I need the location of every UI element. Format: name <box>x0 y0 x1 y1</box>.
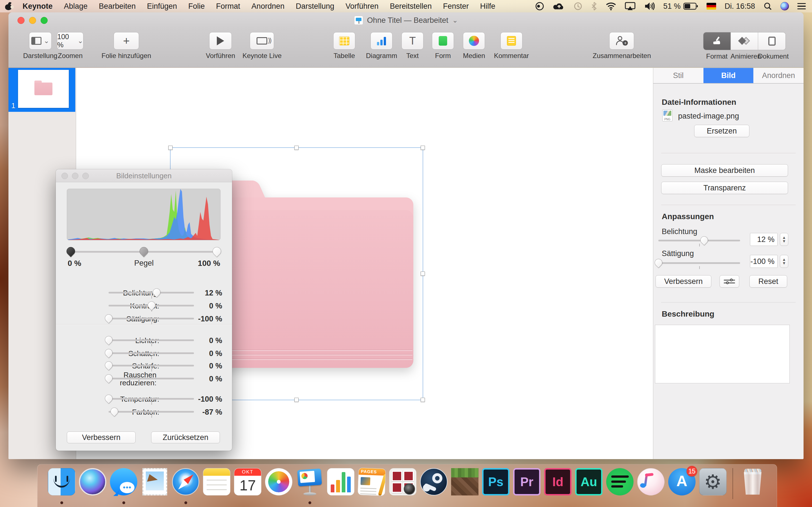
saturation-slider[interactable] <box>658 262 740 264</box>
document-tab-button[interactable] <box>758 33 785 50</box>
dock-steam-icon[interactable] <box>420 468 448 496</box>
dock-itunes-icon[interactable] <box>637 468 665 496</box>
resize-handle-se[interactable] <box>421 398 425 402</box>
media-button[interactable]: Medien <box>463 32 485 60</box>
menu-item-hilfe[interactable]: Hilfe <box>474 0 501 12</box>
reset-button[interactable]: Reset <box>749 275 787 288</box>
add-slide-button[interactable]: + Folie hinzufügen <box>101 32 151 60</box>
dock-photo-booth-icon[interactable] <box>389 468 416 496</box>
iw-slider-schaerfe[interactable] <box>109 365 194 367</box>
resize-handle-ne[interactable] <box>421 146 425 150</box>
levels-mid-point-thumb[interactable] <box>138 245 150 257</box>
menu-item-fenster[interactable]: Fenster <box>437 0 474 12</box>
menu-item-bearbeiten[interactable]: Bearbeiten <box>93 0 142 12</box>
menu-bar-clock[interactable]: Di. 16:58 <box>725 2 755 11</box>
saturation-stepper[interactable]: ▲▼ <box>780 255 788 268</box>
siri-icon[interactable] <box>780 2 789 10</box>
airplay-display-icon[interactable] <box>625 0 636 12</box>
menu-item-einfuegen[interactable]: Einfügen <box>141 0 183 12</box>
tab-stil[interactable]: Stil <box>653 68 703 83</box>
image-adjust-titlebar[interactable]: Bildeinstellungen <box>56 169 232 182</box>
apple-menu[interactable] <box>0 2 17 10</box>
bluetooth-icon[interactable] <box>591 0 597 12</box>
levels-white-point-thumb[interactable] <box>211 245 223 257</box>
resize-handle-e[interactable] <box>421 272 425 276</box>
menu-item-vorfuehren[interactable]: Vorführen <box>340 0 384 12</box>
dock-indesign-icon[interactable]: Id <box>544 468 571 496</box>
dock-numbers-icon[interactable] <box>327 468 354 496</box>
iw-slider-belichtung[interactable] <box>109 292 194 293</box>
battery-indicator[interactable]: 51 % <box>663 0 698 12</box>
iw-slider-saettigung[interactable] <box>109 318 194 320</box>
exposure-stepper[interactable]: ▲▼ <box>780 233 788 246</box>
exposure-slider-thumb[interactable] <box>699 235 710 245</box>
tab-anordnen[interactable]: Anordnen <box>753 68 804 83</box>
dock-mail-icon[interactable] <box>141 468 168 496</box>
dock-safari-icon[interactable] <box>172 468 199 496</box>
iw-slider-kontrast[interactable] <box>109 305 194 306</box>
menu-item-keynote[interactable]: Keynote <box>17 0 58 12</box>
play-button[interactable]: Vorführen <box>206 32 235 60</box>
menu-item-ablage[interactable]: Ablage <box>58 0 93 12</box>
format-tab-button[interactable] <box>703 33 731 50</box>
text-button[interactable]: T Text <box>402 32 423 60</box>
volume-icon[interactable] <box>644 0 655 12</box>
dock-notes-icon[interactable] <box>203 468 231 496</box>
edit-mask-button[interactable]: Maske bearbeiten <box>661 164 788 177</box>
saturation-slider-thumb[interactable] <box>653 257 664 268</box>
replace-button[interactable]: Ersetzen <box>694 125 749 137</box>
dock-calendar-icon[interactable]: OKT17 <box>234 468 261 496</box>
iw-slider-temperatur[interactable] <box>109 398 194 400</box>
dock-keynote-icon[interactable] <box>296 468 323 496</box>
tab-bild[interactable]: Bild <box>703 68 754 83</box>
dock-photoshop-icon[interactable]: Ps <box>482 468 509 496</box>
levels-slider[interactable] <box>70 251 216 252</box>
dock-photos-icon[interactable] <box>265 468 292 496</box>
image-adjust-window[interactable]: Bildeinstellungen 0 % Pegel 100 % Belich… <box>56 169 232 451</box>
title-chevron-icon[interactable]: ⌄ <box>452 16 458 24</box>
view-button[interactable]: ⌄ Darstellung <box>23 32 57 60</box>
iw-enhance-button[interactable]: Verbessern <box>67 432 136 443</box>
dock-finder-icon[interactable] <box>48 468 75 496</box>
dock-spotify-icon[interactable] <box>606 468 633 496</box>
saturation-value-field[interactable]: -100 % <box>750 255 777 268</box>
zoom-button[interactable]: 100 %⌄ Zoomen <box>57 32 84 60</box>
resize-handle-n[interactable] <box>294 146 299 150</box>
dock-trash-icon[interactable] <box>739 468 766 496</box>
wifi-icon[interactable] <box>606 0 616 12</box>
keynote-live-button[interactable]: Keynote Live <box>243 32 282 60</box>
collaborate-button[interactable]: + Zusammenarbeiten <box>593 32 651 60</box>
transparency-button[interactable]: Transparenz <box>661 182 788 194</box>
dock-pages-icon[interactable]: PAGES <box>358 468 386 496</box>
dock-siri-icon[interactable] <box>79 468 106 496</box>
eye-icon[interactable] <box>535 0 545 12</box>
cloud-upload-icon[interactable] <box>553 0 565 12</box>
table-button[interactable]: Tabelle <box>333 32 355 60</box>
iw-slider-schatten[interactable] <box>109 352 194 354</box>
menu-item-anordnen[interactable]: Anordnen <box>246 0 290 12</box>
time-machine-icon[interactable] <box>573 0 582 12</box>
keyboard-layout-flag-german[interactable] <box>707 3 716 10</box>
dock-premiere-icon[interactable]: Pr <box>513 468 541 496</box>
menu-item-format[interactable]: Format <box>210 0 246 12</box>
chart-button[interactable]: Diagramm <box>366 32 397 60</box>
iw-reset-button[interactable]: Zurücksetzen <box>151 432 220 443</box>
comment-button[interactable]: Kommentar <box>494 32 529 60</box>
enhance-button[interactable]: Verbessern <box>656 275 711 288</box>
dock-minecraft-icon[interactable] <box>451 468 478 496</box>
resize-handle-nw[interactable] <box>168 146 172 150</box>
resize-handle-s[interactable] <box>294 398 299 402</box>
dock-app-store-icon[interactable]: A15 <box>668 468 696 496</box>
dock-system-preferences-icon[interactable]: ⚙ <box>699 468 726 496</box>
iw-slider-rauschen[interactable] <box>109 378 194 379</box>
animate-tab-button[interactable] <box>731 33 758 50</box>
menu-item-bereitstellen[interactable]: Bereitstellen <box>384 0 438 12</box>
menu-item-folie[interactable]: Folie <box>183 0 211 12</box>
spotlight-search-icon[interactable] <box>763 0 772 12</box>
dock-audition-icon[interactable]: Au <box>575 468 603 496</box>
shape-button[interactable]: Form <box>432 32 454 60</box>
advanced-adjustments-button[interactable] <box>719 275 739 288</box>
slide-thumbnail-selected[interactable]: 1 <box>8 68 75 112</box>
iw-slider-lichter[interactable] <box>109 339 194 341</box>
exposure-slider[interactable] <box>658 240 740 241</box>
